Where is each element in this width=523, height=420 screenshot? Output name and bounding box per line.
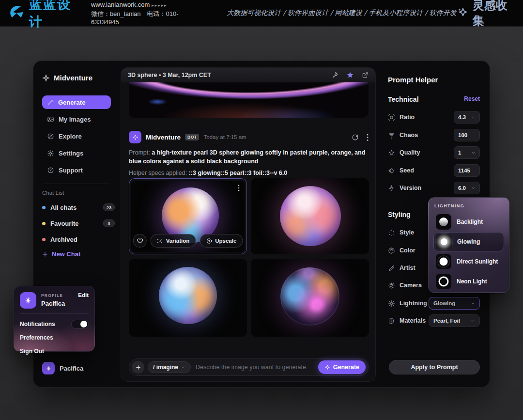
- sidebar-user[interactable]: Pacifica: [42, 362, 83, 374]
- scrolled-image-preview[interactable]: [129, 82, 369, 118]
- prompt-label: Prompt:: [129, 149, 150, 156]
- nav-my-images[interactable]: My images: [42, 112, 111, 126]
- camera-label: Camera: [400, 282, 422, 289]
- technical-section-header: Technical: [388, 95, 419, 103]
- upscale-label: Upscale: [215, 238, 236, 244]
- banner-contact: www.lanlanwork.com ▸▸▸▸▸ 微信：ben_lanlan 电…: [91, 1, 198, 26]
- nav-generate[interactable]: Generate: [42, 95, 111, 109]
- prompt-text-input[interactable]: [196, 364, 313, 371]
- heart-icon: [137, 238, 143, 244]
- result-image-1[interactable]: Variation Upscale: [129, 178, 247, 254]
- pin-icon[interactable]: [331, 71, 338, 78]
- sign-out-row[interactable]: Sign Out: [20, 346, 89, 357]
- star-icon[interactable]: [346, 71, 354, 79]
- user-avatar: [42, 362, 55, 374]
- bot-name: Midventure: [146, 134, 181, 141]
- all-chats-count-badge: 23: [103, 203, 115, 211]
- variation-label: Variation: [166, 238, 190, 244]
- reset-button[interactable]: Reset: [464, 95, 480, 102]
- materials-value: Pearl, Foil: [433, 318, 460, 324]
- lightning-select[interactable]: Glowing: [429, 297, 480, 310]
- lighting-option-neon-light[interactable]: Neon Light: [433, 272, 504, 291]
- upscale-button[interactable]: Upscale: [200, 234, 243, 248]
- chat-filter-all-label: All chats: [50, 204, 77, 211]
- preferences-row[interactable]: Preferences: [20, 332, 89, 343]
- ratio-select[interactable]: 4.3: [454, 111, 480, 124]
- share-icon[interactable]: [362, 72, 369, 78]
- version-select[interactable]: 6.0: [454, 182, 480, 194]
- profile-edit-button[interactable]: Edit: [78, 292, 89, 298]
- sphere-image-4: [280, 267, 339, 326]
- bot-avatar: [129, 131, 141, 143]
- chaos-row: Chaos: [388, 129, 480, 141]
- result-image-4[interactable]: [251, 259, 369, 337]
- lighting-option-backlight[interactable]: Backlight: [433, 212, 504, 232]
- chat-filter-favourite[interactable]: Favourite 3: [42, 218, 115, 228]
- nav-settings[interactable]: Settings: [42, 146, 111, 160]
- chat-list-label: Chat List: [42, 190, 121, 196]
- new-chat-label: New Chat: [52, 250, 80, 258]
- chat-filter-archived[interactable]: Archived: [42, 234, 115, 244]
- sphere-image-3: [159, 267, 217, 324]
- chaos-label: Chaos: [400, 132, 418, 139]
- tile-menu-icon[interactable]: [238, 185, 240, 191]
- generate-button[interactable]: Generate: [318, 360, 366, 374]
- lighting-option-direct-sunlight[interactable]: Direct Sunlight: [433, 252, 504, 271]
- upscale-arrow-icon: [206, 238, 212, 244]
- app-window: Midventure Generate My images Explore: [33, 61, 490, 388]
- yellow-dot-icon: [42, 222, 46, 225]
- nav-support[interactable]: Support: [42, 163, 111, 177]
- shuffle-icon: [157, 238, 163, 244]
- blue-dot-icon: [42, 206, 46, 209]
- variation-button[interactable]: Variation: [151, 234, 196, 248]
- style-label: Style: [400, 229, 414, 236]
- sparkle-icon: [324, 364, 330, 370]
- chat-filter-favourite-label: Favourite: [50, 220, 79, 227]
- ratio-label: Ratio: [400, 114, 415, 121]
- site-url[interactable]: www.lanlanwork.com: [91, 1, 150, 8]
- specs-label: Helper specs applied:: [129, 170, 187, 176]
- chat-filter-all[interactable]: All chats 23: [42, 202, 115, 212]
- chaos-input[interactable]: [454, 129, 480, 141]
- lighting-option-glowing[interactable]: Glowing: [433, 232, 504, 251]
- notifications-toggle[interactable]: [71, 320, 89, 329]
- help-icon: [47, 167, 54, 174]
- message-menu-icon[interactable]: [367, 134, 369, 141]
- result-image-2[interactable]: [251, 178, 369, 254]
- regenerate-icon[interactable]: [352, 134, 359, 141]
- chaos-value-input[interactable]: [458, 132, 476, 138]
- seed-input[interactable]: [454, 164, 480, 177]
- message-timestamp: Today at 7:15 am: [203, 134, 246, 140]
- new-chat-button[interactable]: New Chat: [42, 250, 121, 258]
- ratio-icon: [388, 114, 395, 121]
- neon-light-label: Neon Light: [457, 278, 487, 285]
- materials-icon: [388, 317, 395, 325]
- backlight-label: Backlight: [457, 218, 483, 225]
- collect-logo[interactable]: 灵感收集: [457, 0, 514, 29]
- notifications-label: Notifications: [20, 321, 55, 327]
- chaos-icon: [388, 132, 395, 139]
- nav-generate-label: Generate: [58, 99, 85, 106]
- result-image-3[interactable]: [129, 259, 247, 337]
- notifications-row[interactable]: Notifications: [20, 319, 89, 329]
- seed-value-input[interactable]: [458, 168, 476, 173]
- favourite-button[interactable]: [133, 234, 147, 248]
- lanlan-logo-icon: [8, 4, 25, 22]
- imagine-command-selector[interactable]: / imagine: [148, 361, 191, 373]
- materials-label: Materials: [400, 317, 426, 324]
- imagine-command-label: / imagine: [153, 364, 178, 371]
- chevron-up-icon: [471, 301, 475, 306]
- collect-text: 灵感收集: [473, 0, 514, 29]
- app-logo: Midventure: [42, 74, 121, 82]
- apply-to-prompt-button[interactable]: Apply to Prompt: [389, 360, 480, 374]
- add-attachment-button[interactable]: [132, 361, 144, 373]
- seed-icon: [388, 167, 395, 174]
- lanlan-logo[interactable]: 蓝蓝设计: [8, 0, 79, 31]
- nav-explore[interactable]: Explore: [42, 129, 111, 143]
- bot-message: Midventure BOT Today at 7:15 am Prompt: …: [129, 131, 369, 176]
- quality-select[interactable]: 1: [454, 146, 480, 159]
- artist-label: Artist: [400, 264, 415, 271]
- materials-select[interactable]: Pearl, Foil: [429, 314, 480, 327]
- preferences-label: Preferences: [20, 334, 53, 341]
- profile-divider: [20, 313, 89, 314]
